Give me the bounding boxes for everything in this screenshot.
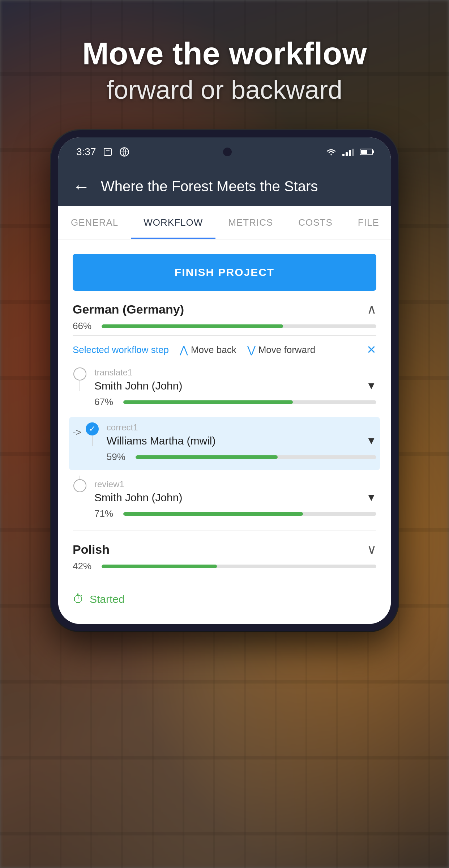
step-translate1: translate1 Smith John (John) ▼ 67% bbox=[73, 362, 376, 415]
move-forward-icon: ⋁ bbox=[247, 344, 256, 356]
polish-progress-label: 42% bbox=[73, 561, 94, 572]
finish-project-button[interactable]: FINISH PROJECT bbox=[73, 254, 376, 291]
move-forward-action[interactable]: ⋁ Move forward bbox=[247, 344, 316, 356]
german-progress-bar-bg bbox=[102, 324, 376, 328]
step-review1-progress-label: 71% bbox=[94, 508, 116, 519]
status-left: 3:37 bbox=[76, 146, 129, 158]
step-review1-user-row[interactable]: Smith John (John) ▼ bbox=[94, 492, 376, 504]
step-review1-progress-bar-fill bbox=[123, 512, 303, 516]
step-translate1-progress-bar-bg bbox=[123, 400, 376, 404]
wifi-icon bbox=[325, 148, 337, 156]
hero-subtitle: forward or backward bbox=[0, 75, 449, 105]
polish-section: Polish ∨ 42% bbox=[58, 535, 391, 581]
step-correct1-progress-label: 59% bbox=[107, 451, 128, 463]
step-translate1-connector bbox=[73, 367, 87, 391]
battery-icon bbox=[360, 149, 373, 155]
phone-screen: 3:37 bbox=[58, 137, 391, 624]
step-correct1-dropdown-icon[interactable]: ▼ bbox=[366, 435, 376, 447]
selected-step-label: Selected workflow step bbox=[73, 344, 169, 356]
step-review1-progress-bar-bg bbox=[123, 512, 376, 516]
step-correct1-body: correct1 Williams Martha (mwil) ▼ 59% bbox=[107, 422, 376, 465]
step-correct1-connector: ✓ bbox=[85, 422, 99, 446]
step-translate1-user-row[interactable]: Smith John (John) ▼ bbox=[94, 380, 376, 392]
step-review1: review1 Smith John (John) ▼ 71% bbox=[73, 470, 376, 527]
step-review1-body: review1 Smith John (John) ▼ 71% bbox=[94, 479, 376, 522]
step-translate1-circle bbox=[73, 367, 86, 380]
close-workflow-banner-button[interactable]: ✕ bbox=[367, 343, 376, 357]
step-correct1-circle: ✓ bbox=[86, 422, 99, 435]
hero-title: Move the workflow bbox=[0, 36, 449, 71]
steps-container: translate1 Smith John (John) ▼ 67% bbox=[58, 362, 391, 527]
step-correct1-user-row[interactable]: Williams Martha (mwil) ▼ bbox=[107, 435, 376, 447]
finish-btn-wrap: FINISH PROJECT bbox=[58, 250, 391, 302]
tab-metrics[interactable]: METRICS bbox=[215, 206, 286, 239]
step-correct1-progress-bar-fill bbox=[136, 455, 278, 459]
sim-icon bbox=[103, 148, 112, 156]
polish-progress-row: 42% bbox=[73, 561, 376, 572]
started-timer-icon: ⏱ bbox=[73, 592, 84, 606]
move-back-icon: ⋀ bbox=[180, 344, 188, 356]
hero-section: Move the workflow forward or backward bbox=[0, 36, 449, 105]
battery-fill bbox=[361, 150, 367, 154]
step-review1-circle bbox=[73, 479, 86, 492]
polish-progress-bar-fill bbox=[102, 565, 217, 568]
step-correct1-line bbox=[92, 435, 93, 446]
german-chevron-up-icon[interactable]: ∧ bbox=[367, 302, 376, 317]
german-progress-bar-fill bbox=[102, 324, 283, 328]
step-review1-connector bbox=[73, 476, 87, 492]
app-title: Where the Forest Meets the Stars bbox=[101, 178, 318, 195]
german-language-name: German (Germany) bbox=[73, 302, 184, 316]
german-progress-label: 66% bbox=[73, 320, 94, 332]
step-correct1-role: correct1 bbox=[107, 422, 376, 433]
move-back-action[interactable]: ⋀ Move back bbox=[180, 344, 236, 356]
tab-bar: GENERAL WORKFLOW METRICS COSTS FILE bbox=[58, 206, 391, 239]
german-section: German (Germany) ∧ 66% bbox=[58, 302, 391, 332]
step-correct1-progress-row: 59% bbox=[107, 451, 376, 463]
step-translate1-line bbox=[80, 380, 80, 391]
tab-workflow[interactable]: WORKFLOW bbox=[131, 206, 215, 239]
german-progress-row: 66% bbox=[73, 320, 376, 332]
step-translate1-progress-bar-fill bbox=[123, 400, 293, 404]
tab-files[interactable]: FILE bbox=[345, 206, 391, 239]
started-row: ⏱ Started bbox=[73, 592, 376, 606]
svg-rect-1 bbox=[106, 150, 110, 151]
phone-frame: 3:37 bbox=[51, 130, 398, 631]
polish-chevron-down-icon[interactable]: ∨ bbox=[367, 542, 376, 557]
step-correct1-progress-bar-bg bbox=[136, 455, 376, 459]
move-back-label: Move back bbox=[191, 344, 236, 356]
started-text: Started bbox=[90, 593, 125, 605]
step-translate1-body: translate1 Smith John (John) ▼ 67% bbox=[94, 367, 376, 410]
divider-1 bbox=[73, 335, 376, 336]
workflow-banner: Selected workflow step ⋀ Move back ⋁ Mov… bbox=[73, 343, 376, 357]
step-translate1-user: Smith John (John) bbox=[94, 380, 182, 392]
step-correct1-arrow: -> bbox=[73, 427, 81, 438]
vpn-icon bbox=[119, 147, 129, 157]
camera-notch bbox=[223, 148, 232, 156]
polish-header[interactable]: Polish ∨ bbox=[73, 542, 376, 557]
time-display: 3:37 bbox=[76, 146, 96, 158]
main-content: FINISH PROJECT German (Germany) ∧ 66% bbox=[58, 239, 391, 624]
signal-icon bbox=[342, 148, 354, 156]
status-right bbox=[325, 148, 373, 156]
step-review1-line-top bbox=[80, 476, 80, 479]
svg-rect-0 bbox=[104, 148, 111, 156]
tab-costs[interactable]: COSTS bbox=[286, 206, 345, 239]
move-forward-label: Move forward bbox=[258, 344, 316, 356]
divider-2 bbox=[73, 531, 376, 531]
step-translate1-dropdown-icon[interactable]: ▼ bbox=[366, 380, 376, 392]
polish-progress-bar-bg bbox=[102, 565, 376, 568]
step-review1-progress-row: 71% bbox=[94, 508, 376, 519]
step-correct1-user: Williams Martha (mwil) bbox=[107, 435, 216, 447]
divider-3 bbox=[73, 585, 376, 585]
app-bar: ← Where the Forest Meets the Stars bbox=[58, 166, 391, 206]
step-review1-dropdown-icon[interactable]: ▼ bbox=[366, 492, 376, 503]
polish-language-name: Polish bbox=[73, 542, 110, 557]
step-correct1: -> ✓ correct1 Williams Martha (mwil) ▼ bbox=[69, 417, 380, 470]
back-button[interactable]: ← bbox=[73, 176, 90, 196]
step-review1-role: review1 bbox=[94, 479, 376, 489]
step-translate1-role: translate1 bbox=[94, 367, 376, 378]
tab-general[interactable]: GENERAL bbox=[58, 206, 131, 239]
step-review1-user: Smith John (John) bbox=[94, 492, 182, 504]
step-translate1-progress-row: 67% bbox=[94, 396, 376, 408]
german-header[interactable]: German (Germany) ∧ bbox=[73, 302, 376, 317]
